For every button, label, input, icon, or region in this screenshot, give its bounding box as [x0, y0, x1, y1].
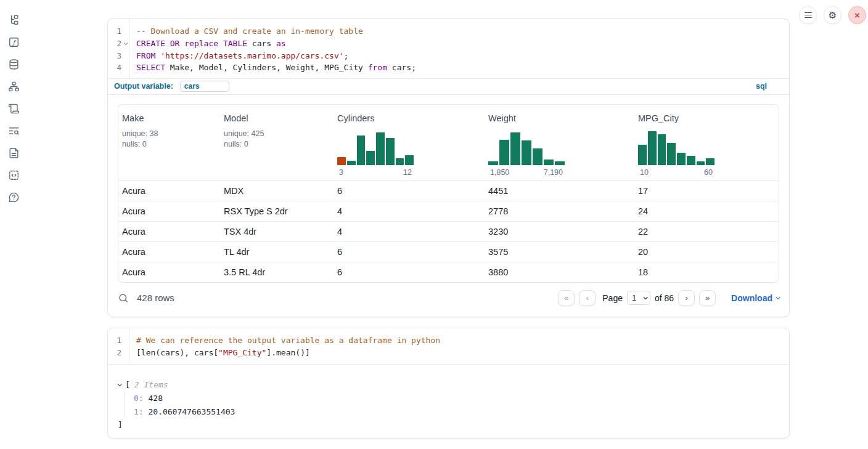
datasources-icon[interactable] — [8, 59, 20, 70]
column-stat: unique: 425 — [224, 129, 334, 139]
hist-bar — [522, 140, 531, 165]
menu-button[interactable] — [799, 6, 817, 24]
table-cell: 4 — [334, 227, 485, 237]
hist-bar — [648, 131, 657, 164]
settings-button[interactable]: ⚙ — [824, 6, 841, 24]
column-header-model[interactable]: Model unique: 425 nulls: 0 — [220, 113, 334, 180]
hist-bar — [667, 143, 676, 165]
column-header-mpg-city[interactable]: MPG_City 10 60 — [634, 113, 779, 180]
hist-bar — [357, 136, 366, 165]
hist-bar — [405, 155, 414, 165]
sql-cell: 1-- Download a CSV and create an in-memo… — [107, 18, 790, 317]
table-cell: 4451 — [485, 186, 634, 196]
table-cell: 3575 — [485, 247, 634, 257]
tree-entries: 0: 4281: 20.060747663551403 — [125, 391, 779, 418]
hist-bar — [396, 158, 404, 165]
table-footer: 428 rows « ‹ Page 1 of 86 › » Download — [118, 290, 779, 306]
hist-bar — [697, 161, 705, 165]
hamburger-icon — [805, 12, 812, 18]
code-line[interactable]: 4SELECT Make, Model, Cylinders, Weight, … — [108, 62, 789, 74]
table-cell: 6 — [334, 247, 485, 257]
output-variable-input[interactable] — [180, 81, 229, 92]
language-badge[interactable]: sql — [756, 82, 767, 91]
hist-bar — [499, 140, 509, 165]
hist-tick-min: 1,850 — [490, 168, 509, 177]
table-row[interactable]: AcuraMDX6445117 — [118, 180, 779, 201]
code-line[interactable]: 1-- Download a CSV and create an in-memo… — [108, 25, 789, 38]
table-cell: 20 — [634, 247, 779, 257]
scratchpad-search-icon[interactable] — [8, 125, 20, 137]
table-cell: 3.5 RL 4dr — [220, 267, 334, 277]
fold-chevron-icon — [123, 41, 128, 45]
helper-panel-sidebar: ƒ — [0, 0, 27, 449]
first-page-button[interactable]: « — [558, 290, 575, 306]
hist-bar — [347, 161, 356, 165]
table-cell: Acura — [118, 247, 220, 257]
cylinders-histogram[interactable] — [337, 131, 414, 165]
hist-bar — [638, 145, 647, 164]
table-cell: 2778 — [485, 206, 634, 216]
last-page-button[interactable]: » — [699, 290, 716, 306]
line-number: 2 — [108, 348, 121, 357]
code-line[interactable]: 2CREATE OR replace TABLE cars as — [108, 38, 789, 50]
code-line[interactable]: 1# We can reference the output variable … — [108, 334, 789, 347]
next-page-button[interactable]: › — [678, 290, 695, 306]
table-cell: MDX — [220, 186, 334, 196]
line-number: 4 — [108, 63, 121, 72]
entry-value: 20.060747663551403 — [144, 407, 235, 416]
logs-icon[interactable] — [8, 103, 20, 115]
hist-bar — [366, 151, 375, 164]
search-button[interactable] — [118, 293, 129, 304]
total-pages-label: of 86 — [655, 293, 674, 303]
table-cell: Acura — [118, 267, 220, 277]
hist-bar — [544, 160, 554, 164]
hist-bar — [555, 161, 565, 165]
python-code-editor[interactable]: 1# We can reference the output variable … — [108, 328, 789, 365]
table-cell: 3880 — [485, 267, 634, 277]
table-row[interactable]: AcuraRSX Type S 2dr4277824 — [118, 201, 779, 221]
documentation-icon[interactable] — [8, 147, 20, 159]
file-explorer-icon[interactable] — [8, 14, 20, 26]
mpg-city-histogram[interactable] — [638, 131, 714, 165]
hist-tick-max: 60 — [704, 168, 713, 177]
column-header-weight[interactable]: Weight 1,850 7,190 — [485, 113, 634, 180]
entry-index: 0: — [134, 394, 144, 403]
row-count: 428 rows — [137, 293, 174, 303]
code-line[interactable]: 2[len(cars), cars["MPG_City"].mean()] — [108, 347, 789, 359]
line-number: 1 — [108, 26, 121, 36]
page-label: Page — [602, 293, 623, 303]
table-row[interactable]: AcuraTL 4dr6357520 — [118, 241, 779, 262]
table-row[interactable]: AcuraTSX 4dr4323022 — [118, 221, 779, 241]
collapse-chevron-icon[interactable] — [118, 382, 122, 386]
table-row[interactable]: Acura3.5 RL 4dr6388018 — [118, 262, 779, 282]
table-cell: Acura — [118, 206, 220, 216]
table-cell: TSX 4dr — [220, 227, 334, 237]
dependency-graph-icon[interactable] — [8, 81, 20, 92]
hist-bar — [386, 138, 395, 165]
table-cell: 17 — [634, 186, 779, 196]
previous-page-button[interactable]: ‹ — [579, 290, 596, 306]
code-line[interactable]: 3FROM 'https://datasets.marimo.app/cars.… — [108, 49, 789, 62]
shutdown-button[interactable]: × — [848, 6, 866, 24]
download-button[interactable]: Download — [731, 293, 779, 303]
column-header-cylinders[interactable]: Cylinders 3 12 — [334, 113, 485, 180]
pagination: « ‹ Page 1 of 86 › » Download — [558, 290, 779, 306]
sql-code-editor[interactable]: 1-- Download a CSV and create an in-memo… — [108, 19, 789, 78]
table-cell: Acura — [118, 227, 220, 237]
hist-tick-min: 10 — [640, 168, 649, 177]
help-icon[interactable] — [8, 192, 20, 203]
tree-entry: 0: 428 — [134, 391, 779, 405]
output-variable-row: Output variable: sql — [108, 78, 789, 95]
hist-bar — [376, 132, 385, 165]
page-select[interactable]: 1 — [627, 291, 650, 305]
snippets-icon[interactable] — [8, 169, 20, 181]
column-header-make[interactable]: Make unique: 38 nulls: 0 — [118, 113, 220, 180]
table-cell: 6 — [334, 186, 485, 196]
hist-bar — [337, 157, 346, 165]
functions-icon[interactable]: ƒ — [8, 36, 20, 48]
hist-bar — [658, 134, 666, 165]
svg-text:ƒ: ƒ — [11, 39, 16, 46]
gear-icon: ⚙ — [829, 10, 837, 20]
weight-histogram[interactable] — [488, 131, 565, 165]
hist-tick-max: 12 — [403, 168, 412, 177]
